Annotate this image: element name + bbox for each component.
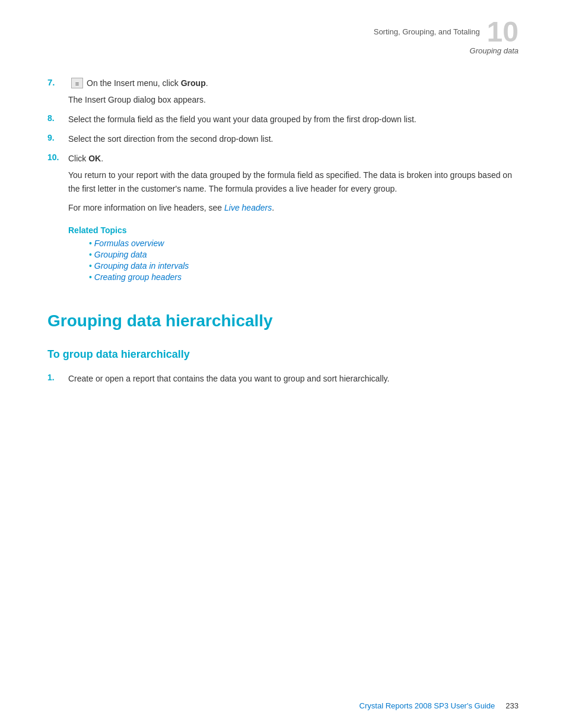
formulas-overview-link[interactable]: Formulas overview	[94, 239, 164, 248]
list-item: Grouping data	[89, 250, 519, 259]
live-headers-link[interactable]: Live headers	[224, 203, 272, 212]
step-7-number: 7.	[47, 77, 71, 87]
section-main-title: Grouping data hierarchically	[47, 311, 519, 330]
step-8-text: Select the formula field as the field yo…	[68, 113, 519, 126]
step-8-row: 8. Select the formula field as the field…	[47, 113, 519, 126]
step-9-block: 9. Select the sort direction from the se…	[47, 133, 519, 145]
step-7-block: 7. On the Insert menu, click Group. The …	[47, 77, 519, 106]
page-header: Sorting, Grouping, and Totaling 10 Group…	[374, 18, 519, 55]
step-7-row: 7. On the Insert menu, click Group.	[47, 77, 519, 90]
new-section: Grouping data hierarchically To group da…	[47, 311, 519, 385]
step-9-row: 9. Select the sort direction from the se…	[47, 133, 519, 145]
footer-guide-text: Crystal Reports 2008 SP3 User's Guide	[360, 701, 495, 710]
section-step-1-block: 1. Create or open a report that contains…	[47, 373, 519, 385]
chapter-title: Sorting, Grouping, and Totaling	[374, 27, 480, 36]
list-item: Creating group headers	[89, 272, 519, 282]
step-10-indent-2: For more information on live headers, se…	[68, 201, 519, 214]
step-7-indent: The Insert Group dialog box appears.	[68, 93, 519, 106]
list-item: Formulas overview	[89, 239, 519, 248]
footer-page-number: 233	[505, 701, 519, 710]
step-8-number: 8.	[47, 113, 68, 123]
main-content: 7. On the Insert menu, click Group. The …	[47, 77, 519, 385]
related-topics-heading: Related Topics	[68, 225, 519, 235]
related-topics-list: Formulas overview Grouping data Grouping…	[89, 239, 519, 282]
related-topics-section: Related Topics Formulas overview Groupin…	[68, 225, 519, 282]
step-8-block: 8. Select the formula field as the field…	[47, 113, 519, 126]
step-10-text: Click OK.	[68, 152, 519, 165]
chapter-number: 10	[487, 18, 519, 46]
step-10-indent-1: You return to your report with the data …	[68, 169, 519, 195]
insert-menu-icon	[71, 78, 83, 88]
list-item: Grouping data in intervals	[89, 261, 519, 271]
section-sub-title: To group data hierarchically	[47, 348, 519, 361]
page-subtitle: Grouping data	[374, 46, 519, 55]
grouping-data-intervals-link[interactable]: Grouping data in intervals	[94, 261, 189, 271]
section-step-1-row: 1. Create or open a report that contains…	[47, 373, 519, 385]
step-9-text: Select the sort direction from the secon…	[68, 133, 519, 145]
step-9-number: 9.	[47, 133, 68, 142]
page-footer: Crystal Reports 2008 SP3 User's Guide 23…	[360, 701, 519, 710]
grouping-data-link[interactable]: Grouping data	[94, 250, 147, 259]
section-step-1-number: 1.	[47, 373, 68, 382]
step-7-text: On the Insert menu, click Group.	[87, 77, 519, 90]
creating-group-headers-link[interactable]: Creating group headers	[94, 272, 182, 282]
step-10-number: 10.	[47, 152, 68, 162]
section-step-1-text: Create or open a report that contains th…	[68, 373, 519, 385]
page: Sorting, Grouping, and Totaling 10 Group…	[0, 0, 566, 728]
step-10-block: 10. Click OK. You return to your report …	[47, 152, 519, 214]
step-10-row: 10. Click OK.	[47, 152, 519, 165]
